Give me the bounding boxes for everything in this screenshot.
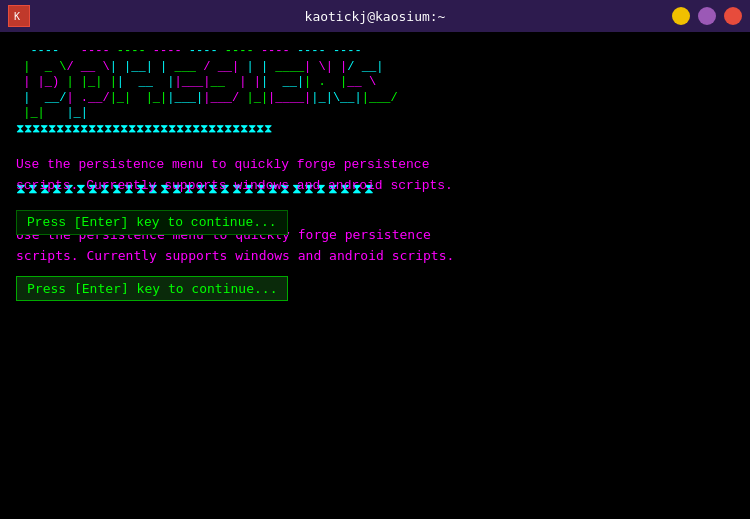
app-icon: K	[8, 5, 30, 27]
close-button[interactable]	[724, 7, 742, 25]
svg-text:K: K	[14, 11, 20, 22]
maximize-button[interactable]	[698, 7, 716, 25]
enter-prompt-container: Press [Enter] key to continue...	[16, 262, 288, 301]
titlebar: K kaotickj@kaosium:~	[0, 0, 750, 32]
minimize-button[interactable]	[672, 7, 690, 25]
terminal-area: ⧗⧗⧗⧗⧗⧗⧗⧗⧗⧗⧗⧗⧗⧗⧗⧗⧗⧗⧗⧗⧗⧗⧗⧗⧗⧗⧗⧗⧗⧗ Use the p…	[0, 32, 750, 519]
prompt-text: Press [Enter] key to continue...	[27, 281, 277, 296]
window-title: kaotickj@kaosium:~	[305, 9, 446, 24]
window-controls	[672, 7, 742, 25]
prompt-box[interactable]: Press [Enter] key to continue...	[16, 276, 288, 301]
